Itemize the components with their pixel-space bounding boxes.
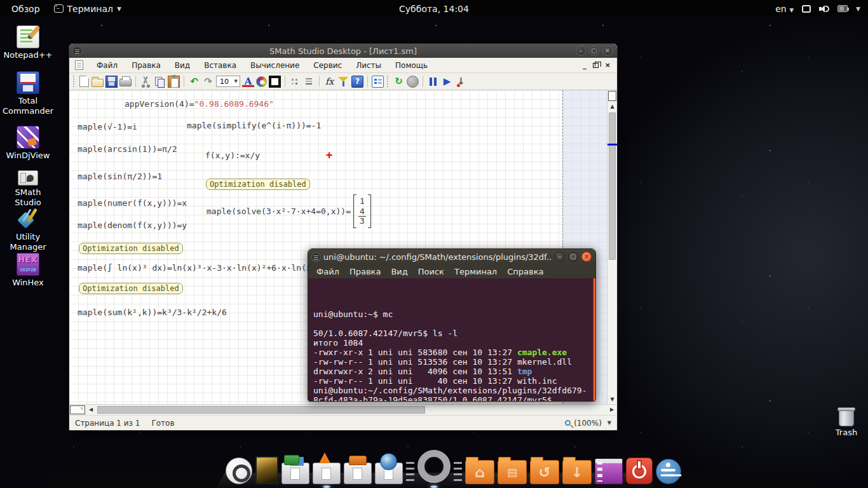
mdi-restore-button[interactable]: [593, 63, 599, 68]
undo-button[interactable]: ↶: [188, 76, 200, 88]
smath-menu-1[interactable]: Правка: [125, 59, 168, 72]
scroll-up-icon[interactable]: ▲: [607, 102, 617, 111]
stop-button[interactable]: [407, 76, 419, 88]
math-formula-9[interactable]: maple(denom(f(x,y)))=y: [78, 220, 187, 230]
desktop-icon-utility-manager[interactable]: Utility Manager: [1, 207, 55, 253]
terminal-title-bar[interactable]: uni@ubuntu: ~/.config/SMath/extensions/p…: [308, 249, 595, 264]
horizontal-scroll-track[interactable]: [96, 405, 607, 415]
horizontal-scrollbar[interactable]: ◀ ▶: [69, 404, 617, 415]
maximize-button[interactable]: ▢: [589, 46, 599, 56]
reference-button[interactable]: ?: [351, 76, 363, 88]
trash-icon[interactable]: Trash: [826, 409, 867, 437]
save-button[interactable]: [105, 76, 118, 88]
math-formula-1[interactable]: maple(√-1)=i: [78, 122, 137, 132]
border-button[interactable]: [269, 76, 281, 88]
smath-menu-4[interactable]: Вычисление: [243, 59, 306, 72]
dock-item-home-folder[interactable]: [465, 460, 494, 484]
terminal-menu-0[interactable]: Файл: [312, 266, 344, 278]
desktop-icon-notepadpp[interactable]: Notepad++: [1, 25, 55, 60]
minimize-button[interactable]: –: [576, 46, 586, 56]
network-icon[interactable]: [802, 5, 811, 13]
dock-item-ubuntu-menu[interactable]: [226, 458, 252, 484]
math-formula-2[interactable]: maple(simplify(e^(i·π)))=-1: [187, 121, 321, 130]
page-corner-button[interactable]: [70, 405, 85, 414]
volume-icon[interactable]: [819, 5, 829, 13]
close-button[interactable]: ×: [581, 252, 592, 262]
scroll-left-icon[interactable]: ◀: [86, 405, 96, 415]
open-button[interactable]: [92, 79, 104, 87]
close-button[interactable]: ×: [602, 46, 613, 56]
window-menu-icon[interactable]: [311, 252, 321, 262]
battery-icon[interactable]: [837, 5, 848, 12]
dock-item-accessibility[interactable]: [656, 459, 681, 484]
smath-menu-0[interactable]: Файл: [90, 59, 125, 72]
toolbar-grip[interactable]: [73, 76, 76, 87]
desktop-icon-total-commander[interactable]: Total Commander: [1, 71, 55, 117]
smath-menu-7[interactable]: Помощь: [388, 59, 435, 72]
filter-button[interactable]: [337, 76, 349, 88]
terminal-menu-4[interactable]: Терминал: [450, 266, 501, 278]
cut-button[interactable]: [140, 76, 152, 88]
terminal-menu-5[interactable]: Справка: [503, 266, 548, 278]
dock-item-files-box[interactable]: [281, 463, 309, 484]
mdi-close-button[interactable]: ×: [605, 61, 611, 69]
font-color-button[interactable]: A: [242, 76, 254, 87]
vertical-scroll-track[interactable]: [607, 111, 617, 395]
maximize-button[interactable]: ▢: [568, 252, 578, 262]
print-button[interactable]: [119, 79, 132, 86]
terminal-menu-2[interactable]: Вид: [386, 266, 412, 278]
math-formula-11[interactable]: maple(∫ ln(x)³ dx)=ln(x)³·x-3·x·ln(x)²+6…: [78, 263, 336, 273]
dock-item-documents-folder[interactable]: [498, 460, 527, 484]
system-menu-chevron-icon[interactable]: ▼: [856, 6, 860, 12]
dots-display-button[interactable]: [289, 76, 301, 88]
document-icon[interactable]: [75, 60, 83, 70]
smath-menu-3[interactable]: Вставка: [197, 59, 243, 72]
appversion-formula[interactable]: appVersion(4)="0.98.6089.6946": [125, 99, 274, 109]
desktop-icon-smath-studio[interactable]: SMath Studio: [1, 166, 55, 208]
dock-item-image-viewer[interactable]: [255, 456, 278, 484]
app-menu-button[interactable]: Терминал ▼: [54, 4, 121, 14]
smath-title-bar[interactable]: SMath Studio Desktop - [Лист1.sm] – ▢ ×: [69, 44, 617, 58]
mdi-minimize-button[interactable]: _: [583, 61, 587, 69]
keyboard-layout-button[interactable]: en ▼: [775, 4, 794, 14]
optimization-note[interactable]: Optimization disabled: [79, 283, 183, 294]
solve-formula[interactable]: maple(solve(3·x²-7·x+4=0,x))=143: [207, 194, 371, 228]
math-formula-3[interactable]: maple(arcsin(1))=π/2: [78, 144, 177, 154]
scroll-corner-box[interactable]: [608, 91, 616, 101]
copy-button[interactable]: [154, 76, 166, 88]
dock-item-power-button[interactable]: [626, 458, 653, 484]
terminal-menu-1[interactable]: Правка: [345, 266, 385, 278]
math-formula-4[interactable]: f(x,y):=x/y: [205, 151, 260, 160]
math-formula-5[interactable]: maple(sin(π/2))=1: [78, 172, 162, 181]
math-formula-13[interactable]: maple(sum(k²,k))=k³/3-k²/2+k/6: [78, 308, 227, 317]
math-formula-7[interactable]: maple(numer(f(x,y)))=x: [78, 198, 187, 208]
activities-button[interactable]: Обзор: [9, 3, 43, 15]
smath-menu-6[interactable]: Листы: [349, 59, 388, 72]
window-menu-icon[interactable]: [72, 46, 82, 56]
terminal-scrollbar[interactable]: [593, 278, 595, 402]
optimization-note[interactable]: Optimization disabled: [206, 179, 310, 190]
smath-menu-5[interactable]: Сервис: [306, 59, 349, 72]
function-button[interactable]: fx: [323, 76, 336, 88]
terminal-output[interactable]: uni@ubuntu:~$ mc 50/1.0.6087.42147/mvr5$…: [308, 278, 595, 402]
lines-display-button[interactable]: [303, 76, 315, 88]
font-size-select[interactable]: 10 ▼: [216, 76, 240, 87]
scroll-down-icon[interactable]: ▼: [607, 395, 617, 404]
dock-item-screenshot-app[interactable]: [595, 459, 623, 484]
optimization-note[interactable]: Optimization disabled: [79, 243, 183, 254]
minimize-button[interactable]: –: [555, 252, 565, 262]
scroll-right-icon[interactable]: ▶: [607, 405, 617, 415]
pause-button[interactable]: [427, 76, 439, 88]
options-list-button[interactable]: [372, 76, 384, 88]
update-button[interactable]: ↓: [455, 76, 467, 88]
redo-button[interactable]: ↷: [202, 76, 214, 88]
desktop-icon-winhex[interactable]: WinHex: [1, 253, 55, 288]
dock-item-ring-launcher[interactable]: [417, 450, 451, 484]
horizontal-scroll-thumb[interactable]: [97, 406, 425, 414]
insert-cursor[interactable]: +: [326, 149, 332, 161]
new-button[interactable]: [79, 76, 89, 87]
palette-button[interactable]: [256, 76, 267, 87]
dock-item-downloads-folder[interactable]: [562, 460, 592, 484]
paste-button[interactable]: [168, 76, 180, 88]
zoom-control[interactable]: (100%) ▼: [565, 419, 611, 428]
